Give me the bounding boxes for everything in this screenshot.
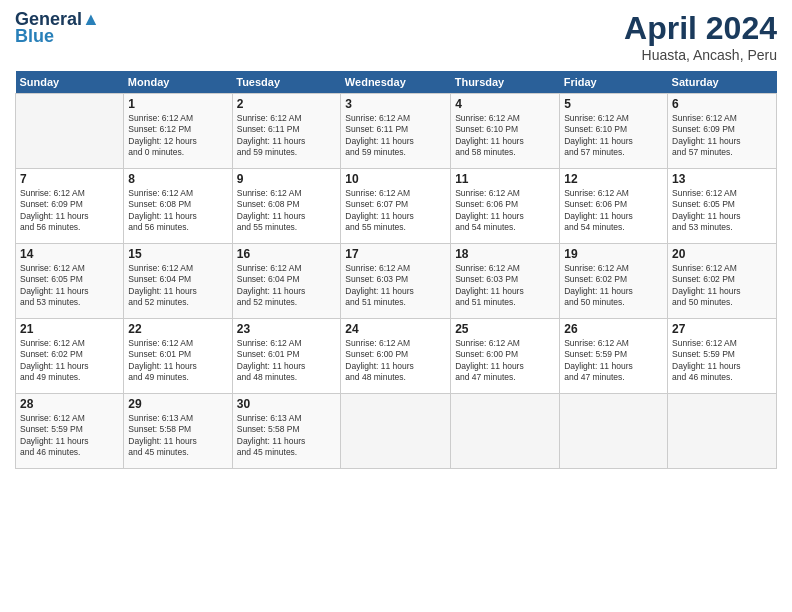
day-info: Sunrise: 6:12 AM Sunset: 6:04 PM Dayligh… (128, 263, 227, 309)
calendar-cell: 17Sunrise: 6:12 AM Sunset: 6:03 PM Dayli… (341, 244, 451, 319)
day-number: 7 (20, 172, 119, 186)
day-info: Sunrise: 6:13 AM Sunset: 5:58 PM Dayligh… (128, 413, 227, 459)
calendar-cell: 14Sunrise: 6:12 AM Sunset: 6:05 PM Dayli… (16, 244, 124, 319)
day-info: Sunrise: 6:12 AM Sunset: 6:11 PM Dayligh… (345, 113, 446, 159)
day-number: 10 (345, 172, 446, 186)
header-saturday: Saturday (668, 71, 777, 94)
day-number: 18 (455, 247, 555, 261)
day-info: Sunrise: 6:12 AM Sunset: 6:01 PM Dayligh… (128, 338, 227, 384)
day-number: 8 (128, 172, 227, 186)
day-number: 26 (564, 322, 663, 336)
day-info: Sunrise: 6:12 AM Sunset: 6:07 PM Dayligh… (345, 188, 446, 234)
calendar-subtitle: Huasta, Ancash, Peru (624, 47, 777, 63)
calendar-cell: 26Sunrise: 6:12 AM Sunset: 5:59 PM Dayli… (560, 319, 668, 394)
calendar-week-1: 7Sunrise: 6:12 AM Sunset: 6:09 PM Daylig… (16, 169, 777, 244)
calendar-cell: 11Sunrise: 6:12 AM Sunset: 6:06 PM Dayli… (451, 169, 560, 244)
calendar-cell: 2Sunrise: 6:12 AM Sunset: 6:11 PM Daylig… (232, 94, 341, 169)
header-thursday: Thursday (451, 71, 560, 94)
day-info: Sunrise: 6:12 AM Sunset: 6:12 PM Dayligh… (128, 113, 227, 159)
day-info: Sunrise: 6:12 AM Sunset: 6:06 PM Dayligh… (564, 188, 663, 234)
day-number: 16 (237, 247, 337, 261)
calendar-cell: 6Sunrise: 6:12 AM Sunset: 6:09 PM Daylig… (668, 94, 777, 169)
calendar-cell: 30Sunrise: 6:13 AM Sunset: 5:58 PM Dayli… (232, 394, 341, 469)
calendar-cell: 19Sunrise: 6:12 AM Sunset: 6:02 PM Dayli… (560, 244, 668, 319)
day-info: Sunrise: 6:12 AM Sunset: 6:00 PM Dayligh… (345, 338, 446, 384)
calendar-cell: 13Sunrise: 6:12 AM Sunset: 6:05 PM Dayli… (668, 169, 777, 244)
header-wednesday: Wednesday (341, 71, 451, 94)
day-info: Sunrise: 6:12 AM Sunset: 6:03 PM Dayligh… (345, 263, 446, 309)
day-number: 21 (20, 322, 119, 336)
day-info: Sunrise: 6:12 AM Sunset: 6:05 PM Dayligh… (20, 263, 119, 309)
day-number: 25 (455, 322, 555, 336)
calendar-week-3: 21Sunrise: 6:12 AM Sunset: 6:02 PM Dayli… (16, 319, 777, 394)
calendar-cell: 7Sunrise: 6:12 AM Sunset: 6:09 PM Daylig… (16, 169, 124, 244)
day-info: Sunrise: 6:12 AM Sunset: 6:08 PM Dayligh… (237, 188, 337, 234)
calendar-cell: 27Sunrise: 6:12 AM Sunset: 5:59 PM Dayli… (668, 319, 777, 394)
day-number: 13 (672, 172, 772, 186)
calendar-cell: 20Sunrise: 6:12 AM Sunset: 6:02 PM Dayli… (668, 244, 777, 319)
day-info: Sunrise: 6:12 AM Sunset: 6:11 PM Dayligh… (237, 113, 337, 159)
calendar-cell: 21Sunrise: 6:12 AM Sunset: 6:02 PM Dayli… (16, 319, 124, 394)
day-number: 29 (128, 397, 227, 411)
day-info: Sunrise: 6:12 AM Sunset: 6:10 PM Dayligh… (564, 113, 663, 159)
calendar-cell (560, 394, 668, 469)
page-header: General▲ Blue April 2024 Huasta, Ancash,… (15, 10, 777, 63)
calendar-cell (341, 394, 451, 469)
day-info: Sunrise: 6:12 AM Sunset: 6:02 PM Dayligh… (564, 263, 663, 309)
day-info: Sunrise: 6:12 AM Sunset: 6:04 PM Dayligh… (237, 263, 337, 309)
day-info: Sunrise: 6:12 AM Sunset: 6:09 PM Dayligh… (672, 113, 772, 159)
calendar-cell: 23Sunrise: 6:12 AM Sunset: 6:01 PM Dayli… (232, 319, 341, 394)
calendar-cell (451, 394, 560, 469)
calendar-title: April 2024 (624, 10, 777, 47)
day-number: 3 (345, 97, 446, 111)
calendar-week-4: 28Sunrise: 6:12 AM Sunset: 5:59 PM Dayli… (16, 394, 777, 469)
day-number: 22 (128, 322, 227, 336)
calendar-cell: 12Sunrise: 6:12 AM Sunset: 6:06 PM Dayli… (560, 169, 668, 244)
day-info: Sunrise: 6:12 AM Sunset: 6:09 PM Dayligh… (20, 188, 119, 234)
calendar-cell: 18Sunrise: 6:12 AM Sunset: 6:03 PM Dayli… (451, 244, 560, 319)
calendar-cell: 25Sunrise: 6:12 AM Sunset: 6:00 PM Dayli… (451, 319, 560, 394)
calendar-cell: 10Sunrise: 6:12 AM Sunset: 6:07 PM Dayli… (341, 169, 451, 244)
calendar-table: Sunday Monday Tuesday Wednesday Thursday… (15, 71, 777, 469)
day-info: Sunrise: 6:12 AM Sunset: 6:06 PM Dayligh… (455, 188, 555, 234)
calendar-cell: 15Sunrise: 6:12 AM Sunset: 6:04 PM Dayli… (124, 244, 232, 319)
day-info: Sunrise: 6:13 AM Sunset: 5:58 PM Dayligh… (237, 413, 337, 459)
day-info: Sunrise: 6:12 AM Sunset: 5:59 PM Dayligh… (564, 338, 663, 384)
day-number: 11 (455, 172, 555, 186)
day-number: 5 (564, 97, 663, 111)
day-info: Sunrise: 6:12 AM Sunset: 6:05 PM Dayligh… (672, 188, 772, 234)
calendar-cell: 22Sunrise: 6:12 AM Sunset: 6:01 PM Dayli… (124, 319, 232, 394)
day-info: Sunrise: 6:12 AM Sunset: 6:02 PM Dayligh… (672, 263, 772, 309)
day-info: Sunrise: 6:12 AM Sunset: 6:02 PM Dayligh… (20, 338, 119, 384)
day-number: 6 (672, 97, 772, 111)
day-number: 24 (345, 322, 446, 336)
day-info: Sunrise: 6:12 AM Sunset: 5:59 PM Dayligh… (672, 338, 772, 384)
day-number: 4 (455, 97, 555, 111)
calendar-cell: 4Sunrise: 6:12 AM Sunset: 6:10 PM Daylig… (451, 94, 560, 169)
calendar-cell: 1Sunrise: 6:12 AM Sunset: 6:12 PM Daylig… (124, 94, 232, 169)
calendar-cell: 29Sunrise: 6:13 AM Sunset: 5:58 PM Dayli… (124, 394, 232, 469)
day-number: 28 (20, 397, 119, 411)
calendar-header-row: Sunday Monday Tuesday Wednesday Thursday… (16, 71, 777, 94)
day-number: 20 (672, 247, 772, 261)
calendar-week-0: 1Sunrise: 6:12 AM Sunset: 6:12 PM Daylig… (16, 94, 777, 169)
day-number: 9 (237, 172, 337, 186)
day-number: 30 (237, 397, 337, 411)
day-number: 17 (345, 247, 446, 261)
calendar-cell: 28Sunrise: 6:12 AM Sunset: 5:59 PM Dayli… (16, 394, 124, 469)
calendar-cell: 3Sunrise: 6:12 AM Sunset: 6:11 PM Daylig… (341, 94, 451, 169)
calendar-cell: 24Sunrise: 6:12 AM Sunset: 6:00 PM Dayli… (341, 319, 451, 394)
day-number: 23 (237, 322, 337, 336)
day-number: 1 (128, 97, 227, 111)
calendar-cell: 9Sunrise: 6:12 AM Sunset: 6:08 PM Daylig… (232, 169, 341, 244)
calendar-cell: 5Sunrise: 6:12 AM Sunset: 6:10 PM Daylig… (560, 94, 668, 169)
title-block: April 2024 Huasta, Ancash, Peru (624, 10, 777, 63)
day-info: Sunrise: 6:12 AM Sunset: 6:00 PM Dayligh… (455, 338, 555, 384)
calendar-cell (668, 394, 777, 469)
calendar-week-2: 14Sunrise: 6:12 AM Sunset: 6:05 PM Dayli… (16, 244, 777, 319)
header-friday: Friday (560, 71, 668, 94)
day-number: 14 (20, 247, 119, 261)
calendar-cell (16, 94, 124, 169)
day-number: 27 (672, 322, 772, 336)
calendar-cell: 8Sunrise: 6:12 AM Sunset: 6:08 PM Daylig… (124, 169, 232, 244)
